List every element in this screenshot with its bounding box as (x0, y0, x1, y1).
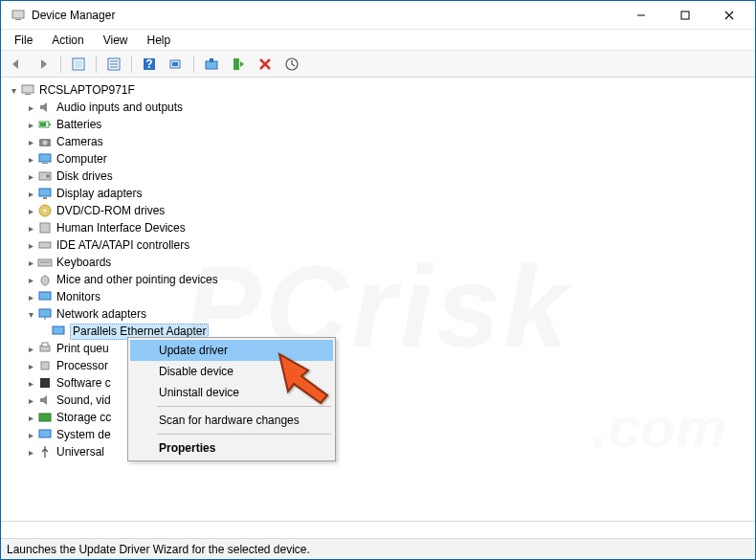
window-title: Device Manager (32, 9, 619, 22)
tree-item-system[interactable]: ▸System de (1, 426, 755, 443)
forward-button[interactable] (32, 54, 55, 75)
context-item-label: Properties (159, 441, 215, 455)
tree-item-cameras[interactable]: ▸Cameras (1, 133, 755, 150)
tree-item-print[interactable]: ▸Print queu (1, 340, 755, 357)
keyboard-icon (37, 255, 53, 270)
help-button[interactable]: ? (138, 54, 161, 75)
tree-item-label: Computer (56, 152, 107, 166)
context-scan-hardware[interactable]: Scan for hardware changes (130, 410, 333, 431)
minimize-button[interactable] (619, 1, 663, 30)
tree-item-disk[interactable]: ▸Disk drives (1, 168, 755, 185)
audio-icon (37, 100, 53, 115)
chevron-right-icon[interactable]: ▸ (24, 171, 37, 182)
chevron-right-icon[interactable]: ▸ (24, 206, 37, 216)
chevron-right-icon[interactable]: ▸ (24, 413, 37, 423)
chevron-right-icon[interactable]: ▸ (24, 344, 37, 354)
chevron-right-icon[interactable]: ▸ (24, 292, 37, 302)
tree-root-label: RCSLAPTOP971F (39, 83, 135, 97)
tree-item-software[interactable]: ▸Software c (1, 374, 755, 392)
chevron-right-icon[interactable]: ▸ (24, 189, 37, 199)
context-disable-device[interactable]: Disable device (130, 361, 333, 382)
svg-rect-22 (22, 85, 33, 93)
tree-item-monitors[interactable]: ▸Monitors (1, 288, 755, 305)
tree-item-audio[interactable]: ▸Audio inputs and outputs (1, 99, 755, 116)
tree-item-label: IDE ATA/ATAPI controllers (56, 238, 189, 252)
tree-item-sound[interactable]: ▸Sound, vid (1, 392, 755, 409)
tree-item-label: Human Interface Devices (56, 221, 186, 235)
menu-action[interactable]: Action (44, 32, 91, 49)
close-button[interactable] (707, 1, 751, 30)
tree-item-network[interactable]: ▾Network adapters (1, 305, 755, 323)
tree-item-keyboards[interactable]: ▸Keyboards (1, 254, 755, 271)
chevron-right-icon[interactable]: ▸ (24, 223, 37, 234)
enable-button[interactable] (280, 54, 303, 75)
chevron-down-icon[interactable]: ▾ (24, 309, 37, 320)
chevron-right-icon[interactable]: ▸ (24, 430, 37, 440)
chevron-right-icon[interactable]: ▸ (24, 102, 37, 113)
dvd-icon (37, 203, 53, 218)
battery-icon (37, 117, 53, 132)
chevron-right-icon[interactable]: ▸ (24, 395, 37, 406)
network-icon (37, 306, 53, 322)
chevron-right-icon[interactable]: ▸ (24, 258, 37, 268)
storage-icon (37, 410, 53, 425)
tree-item-processor[interactable]: ▸Processor (1, 357, 755, 374)
tree-item-storage[interactable]: ▸Storage cc (1, 409, 755, 426)
tree-item-label: Network adapters (56, 307, 146, 321)
svg-point-36 (44, 210, 47, 213)
properties-button[interactable] (102, 54, 125, 75)
context-properties[interactable]: Properties (130, 437, 333, 459)
svg-rect-0 (12, 11, 24, 18)
tree-item-label: Software c (56, 376, 111, 390)
svg-rect-47 (42, 343, 48, 347)
chevron-right-icon[interactable]: ▸ (24, 240, 37, 251)
chevron-right-icon[interactable]: ▸ (24, 447, 37, 458)
chevron-right-icon[interactable]: ▸ (24, 378, 37, 389)
status-bar: Launches the Update Driver Wizard for th… (1, 538, 755, 559)
chevron-right-icon[interactable]: ▸ (24, 275, 37, 285)
svg-rect-38 (39, 242, 51, 248)
update-driver-button[interactable] (200, 54, 223, 75)
menu-view[interactable]: View (96, 32, 136, 49)
chevron-down-icon[interactable]: ▾ (7, 85, 20, 96)
tree-item-label: Print queu (56, 342, 109, 355)
chevron-right-icon[interactable]: ▸ (24, 120, 37, 130)
svg-rect-45 (53, 326, 64, 334)
show-hidden-button[interactable] (67, 54, 90, 75)
menu-file[interactable]: File (7, 32, 40, 49)
usb-icon (37, 444, 53, 459)
tree-item-label: Sound, vid (56, 393, 111, 407)
maximize-button[interactable] (663, 1, 707, 30)
camera-icon (37, 134, 53, 149)
svg-rect-23 (25, 94, 31, 95)
svg-rect-18 (233, 58, 239, 70)
back-button[interactable] (5, 54, 28, 75)
scan-button[interactable] (165, 54, 188, 75)
tree-item-display[interactable]: ▸Display adapters (1, 185, 755, 202)
svg-rect-25 (49, 123, 51, 125)
uninstall-button[interactable] (227, 54, 250, 75)
tree-root[interactable]: ▾ RCSLAPTOP971F (1, 81, 755, 99)
svg-rect-30 (42, 163, 48, 164)
context-uninstall-device[interactable]: Uninstall device (130, 382, 333, 403)
device-tree[interactable]: PCrisk .com ▾ RCSLAPTOP971F ▸Audio input… (1, 78, 755, 518)
title-bar: Device Manager (1, 1, 755, 30)
chevron-right-icon[interactable]: ▸ (24, 137, 37, 147)
tree-item-hid[interactable]: ▸Human Interface Devices (1, 219, 755, 236)
tree-item-batteries[interactable]: ▸Batteries (1, 116, 755, 133)
chevron-right-icon[interactable]: ▸ (24, 361, 37, 371)
menu-help[interactable]: Help (140, 32, 179, 49)
tree-item-ethernet-adapter[interactable]: Parallels Ethernet Adapter (1, 323, 755, 340)
tree-item-mice[interactable]: ▸Mice and other pointing devices (1, 271, 755, 288)
disable-button[interactable] (254, 54, 277, 75)
tree-item-ide[interactable]: ▸IDE ATA/ATAPI controllers (1, 236, 755, 254)
tree-item-label: Universal (56, 445, 104, 459)
tree-item-usb[interactable]: ▸Universal (1, 443, 755, 460)
tree-item-computer[interactable]: ▸Computer (1, 150, 755, 168)
monitor-icon (37, 289, 53, 304)
system-icon (37, 427, 53, 442)
svg-rect-3 (681, 11, 689, 19)
context-update-driver[interactable]: Update driver (130, 340, 333, 361)
chevron-right-icon[interactable]: ▸ (24, 154, 37, 165)
tree-item-dvd[interactable]: ▸DVD/CD-ROM drives (1, 202, 755, 219)
